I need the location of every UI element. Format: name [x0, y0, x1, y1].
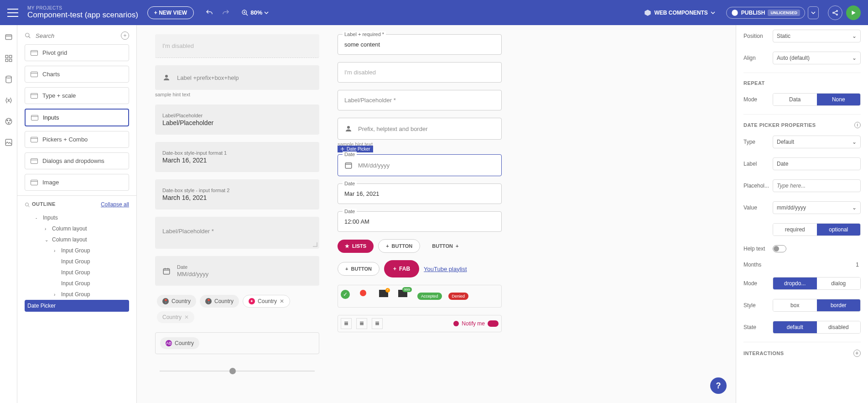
canvas[interactable]: I'm disabled Label +prefix+box+help samp…: [137, 25, 736, 403]
chip[interactable]: Country✕: [157, 311, 194, 323]
align-center-icon[interactable]: ≡: [356, 318, 367, 329]
views-icon[interactable]: [4, 32, 14, 42]
chip[interactable]: 📍Country: [157, 295, 196, 308]
view-item[interactable]: Inputs: [25, 109, 129, 126]
button[interactable]: +BUTTON: [378, 239, 420, 253]
youtube-link[interactable]: YouTube playlist: [424, 266, 467, 272]
placeholder-input[interactable]: [773, 179, 861, 192]
redo-icon[interactable]: [219, 6, 232, 19]
align-right-icon[interactable]: ≡: [372, 318, 383, 329]
tree-item[interactable]: ⌄Column layout: [25, 234, 129, 245]
date-box-input[interactable]: Date-box style - input format 2 March 16…: [155, 179, 319, 209]
tree-item[interactable]: Input Group: [25, 267, 129, 278]
align-left-icon[interactable]: ≡: [341, 318, 352, 329]
close-icon[interactable]: ✕: [280, 298, 284, 304]
tree-item[interactable]: ›Input Group: [25, 289, 129, 300]
close-icon[interactable]: ✕: [184, 314, 189, 320]
tree-item[interactable]: Input Group: [25, 278, 129, 289]
months-value[interactable]: 1: [773, 262, 861, 268]
view-item[interactable]: Pickers + Combo: [25, 131, 129, 148]
info-icon[interactable]: i: [854, 122, 861, 128]
chevron-down-icon: [711, 10, 715, 15]
placeholder-input[interactable]: Label/Placeholder Label/Placeholder: [155, 105, 319, 135]
date-picker-selected[interactable]: Date Picker Date MM/dd/yyyy: [338, 154, 502, 176]
svg-rect-14: [5, 59, 8, 62]
help-text-switch[interactable]: [773, 245, 786, 252]
assets-icon[interactable]: [4, 137, 14, 147]
variables-icon[interactable]: [4, 95, 14, 105]
date-input[interactable]: Date MM/dd/yyyy: [155, 256, 319, 286]
tree-item[interactable]: -Inputs: [25, 212, 129, 223]
date-input[interactable]: Date Mar 16, 2021: [338, 183, 502, 204]
style-toggle[interactable]: box border: [773, 299, 861, 312]
badge-item: [360, 290, 373, 303]
preview-button[interactable]: [846, 5, 861, 20]
theme-icon[interactable]: [4, 116, 14, 126]
search-input[interactable]: [36, 32, 116, 39]
publish-dropdown[interactable]: [808, 6, 819, 19]
required-toggle[interactable]: required optional: [773, 223, 861, 236]
svg-rect-27: [163, 268, 170, 274]
data-icon[interactable]: [4, 74, 14, 84]
chip[interactable]: ✦Country✕: [243, 295, 290, 308]
type-select[interactable]: Default⌄: [773, 136, 861, 148]
tree-item-selected[interactable]: Date Picker: [25, 300, 129, 312]
zoom-control[interactable]: 80%: [241, 9, 269, 16]
align-select[interactable]: Auto (default)⌄: [773, 52, 861, 64]
view-item[interactable]: Dialogs and dropdowns: [25, 152, 129, 169]
repeat-mode-toggle[interactable]: Data None: [773, 93, 861, 106]
undo-icon[interactable]: [203, 6, 216, 19]
disabled-input[interactable]: I'm disabled: [155, 34, 319, 58]
prefix-input[interactable]: Label +prefix+box+help: [155, 65, 319, 90]
picker-mode-toggle[interactable]: dropdo... dialog: [773, 277, 861, 290]
position-select[interactable]: Static⌄: [773, 30, 861, 42]
slider[interactable]: [155, 361, 319, 372]
outline-panel: OUTLINE Collapse all -Inputs ›Column lay…: [17, 195, 136, 403]
menu-icon[interactable]: [7, 9, 18, 17]
value-select[interactable]: mm/dd/yyyy⌄: [773, 201, 861, 214]
button[interactable]: +BUTTON: [338, 262, 379, 276]
chip[interactable]: ABCountry: [160, 337, 199, 349]
components-icon[interactable]: [4, 53, 14, 63]
date-box-input[interactable]: Date-box style-input format 1 March 16, …: [155, 142, 319, 172]
framework-selector[interactable]: WEB COMPONENTS: [644, 9, 715, 16]
add-view-button[interactable]: +: [121, 31, 129, 40]
svg-point-20: [8, 122, 9, 123]
add-interaction-button[interactable]: +: [853, 350, 861, 357]
lists-button[interactable]: ★LISTS: [338, 240, 374, 253]
svg-point-19: [9, 120, 10, 121]
share-icon: [832, 9, 839, 16]
svg-rect-32: [345, 163, 352, 168]
canvas-column: I'm disabled Label +prefix+box+help samp…: [155, 34, 319, 394]
prefix-border-input[interactable]: Prefix, helptext and border: [338, 118, 502, 140]
required-input[interactable]: Label + required * some content: [338, 34, 502, 55]
plus-icon: +: [345, 266, 348, 272]
plus-icon: +: [386, 243, 389, 249]
button[interactable]: BUTTON+: [425, 240, 466, 252]
view-item[interactable]: Type + scale: [25, 87, 129, 104]
person-icon: [344, 125, 353, 133]
label-input[interactable]: [773, 157, 861, 170]
view-item[interactable]: Image: [25, 174, 129, 191]
state-toggle[interactable]: default disabled: [773, 321, 861, 334]
placeholder-input[interactable]: Label/Placeholder *: [338, 90, 502, 110]
fab-button[interactable]: +FAB: [384, 260, 419, 277]
view-item[interactable]: Pivot grid: [25, 44, 129, 61]
tree-item[interactable]: ›Column layout: [25, 223, 129, 234]
notify-toggle[interactable]: Notify me: [453, 320, 499, 327]
help-button[interactable]: ?: [710, 377, 727, 394]
view-item[interactable]: Charts: [25, 66, 129, 83]
collapse-all-link[interactable]: Collapse all: [101, 201, 129, 208]
breadcrumb[interactable]: MY PROJECTS Component-test (app scenario…: [27, 5, 138, 20]
move-icon: [340, 147, 345, 152]
tree-item[interactable]: Input Group: [25, 256, 129, 267]
tree-item[interactable]: ›Input Group: [25, 245, 129, 256]
plus-icon: +: [456, 243, 458, 249]
new-view-button[interactable]: + NEW VIEW: [147, 6, 194, 19]
share-button[interactable]: [828, 5, 842, 20]
publish-button[interactable]: PUBLISH UNLICENSED: [726, 7, 805, 19]
disabled-input[interactable]: I'm disabled: [338, 62, 502, 83]
chip[interactable]: 📍Country: [200, 295, 239, 308]
textarea[interactable]: Label/Placeholder *: [155, 217, 319, 249]
time-input[interactable]: Date 12:00 AM: [338, 211, 502, 232]
